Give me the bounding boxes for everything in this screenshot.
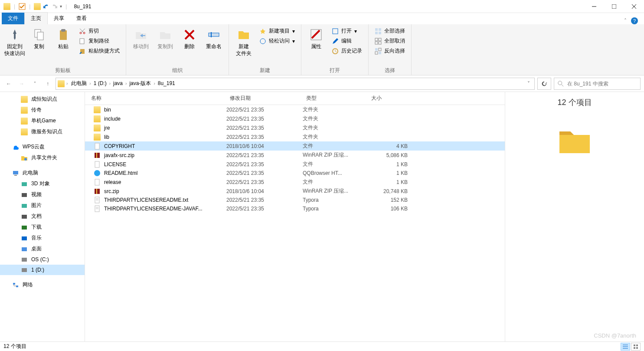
svg-rect-34 bbox=[13, 171, 18, 174]
nav-item[interactable]: 成恒知识点 bbox=[0, 94, 85, 105]
tab-home[interactable]: 主页 bbox=[24, 12, 48, 24]
forward-button[interactable]: → bbox=[16, 79, 27, 89]
folder-icon[interactable] bbox=[34, 3, 41, 10]
paste-button[interactable]: 粘贴 bbox=[52, 26, 75, 52]
file-row[interactable]: bin2022/5/21 23:35文件夹 bbox=[85, 105, 505, 114]
svg-rect-36 bbox=[22, 182, 27, 186]
nav-thispc[interactable]: 此电脑 bbox=[0, 167, 85, 178]
properties-button[interactable]: 属性 bbox=[305, 26, 327, 52]
file-row[interactable]: include2022/5/21 23:35文件夹 bbox=[85, 114, 505, 123]
delete-button[interactable]: 删除 bbox=[178, 26, 201, 52]
dropdown-icon[interactable]: ▾ bbox=[60, 4, 62, 9]
file-row[interactable]: lib2022/5/21 23:35文件夹 bbox=[85, 132, 505, 141]
cut-button[interactable]: 剪切 bbox=[76, 26, 122, 36]
file-row[interactable]: src.zip2018/10/6 10:04WinRAR ZIP 压缩...20… bbox=[85, 187, 505, 196]
selectall-button[interactable]: 全部选择 bbox=[372, 26, 408, 36]
col-size[interactable]: 大小 bbox=[368, 92, 413, 105]
close-button[interactable] bbox=[624, 0, 644, 13]
recent-dropdown[interactable]: ˅ bbox=[29, 79, 40, 89]
nav-wps[interactable]: WPS云盘 bbox=[0, 141, 85, 152]
folder-icon bbox=[3, 3, 10, 10]
edit-button[interactable]: 编辑 bbox=[329, 36, 365, 46]
nav-item[interactable]: 1 (D:) bbox=[0, 265, 85, 275]
breadcrumb-item[interactable]: 1 (D:) bbox=[92, 79, 108, 87]
breadcrumb-item[interactable]: java bbox=[111, 79, 124, 87]
breadcrumb-item[interactable]: 8u_191 bbox=[156, 79, 177, 87]
nav-network[interactable]: 网络 bbox=[0, 279, 85, 290]
easyaccess-button[interactable]: 轻松访问 ▾ bbox=[257, 36, 297, 46]
group-label-open: 打开 bbox=[305, 66, 365, 74]
collapse-ribbon-icon[interactable]: ˄ bbox=[624, 18, 627, 24]
nav-item[interactable]: 3D 对象 bbox=[0, 178, 85, 189]
svg-rect-24 bbox=[379, 38, 381, 41]
svg-rect-39 bbox=[22, 215, 27, 219]
nav-item[interactable]: OS (C:) bbox=[0, 254, 85, 265]
nav-pane[interactable]: 成恒知识点传奇单机Game微服务知识点 WPS云盘 共享文件夹 此电脑 3D 对… bbox=[0, 92, 85, 341]
nav-item[interactable]: 传奇 bbox=[0, 105, 85, 115]
pin-button[interactable]: 固定到 快速访问 bbox=[3, 26, 26, 59]
nav-item[interactable]: 微服务知识点 bbox=[0, 126, 85, 137]
tab-file[interactable]: 文件 bbox=[2, 13, 24, 24]
file-row[interactable]: THIRDPARTYLICENSEREADME-JAVAF...2022/5/2… bbox=[85, 204, 505, 213]
nav-item[interactable]: 文档 bbox=[0, 211, 85, 222]
selectnone-button[interactable]: 全部取消 bbox=[372, 36, 408, 46]
svg-rect-23 bbox=[375, 38, 378, 41]
svg-rect-37 bbox=[22, 193, 27, 197]
invert-button[interactable]: 反向选择 bbox=[372, 46, 408, 56]
col-type[interactable]: 类型 bbox=[303, 92, 368, 105]
newitem-button[interactable]: 新建项目 ▾ bbox=[257, 26, 297, 36]
file-row[interactable]: README.html2022/5/21 23:35QQBrowser HT..… bbox=[85, 169, 505, 177]
copyto-button[interactable]: 复制到 bbox=[154, 26, 177, 52]
nav-item[interactable]: 桌面 bbox=[0, 243, 85, 254]
history-button[interactable]: 历史记录 bbox=[329, 46, 365, 56]
refresh-button[interactable] bbox=[537, 78, 551, 90]
newfolder-button[interactable]: 新建 文件夹 bbox=[232, 26, 255, 59]
nav-item[interactable]: 视频 bbox=[0, 189, 85, 200]
view-icons-button[interactable] bbox=[631, 343, 641, 351]
svg-rect-67 bbox=[636, 347, 638, 349]
svg-point-15 bbox=[260, 39, 265, 44]
file-row[interactable]: THIRDPARTYLICENSEREADME.txt2022/5/21 23:… bbox=[85, 196, 505, 204]
file-row[interactable]: LICENSE2022/5/21 23:35文件1 KB bbox=[85, 160, 505, 169]
col-name[interactable]: 名称 bbox=[85, 92, 226, 105]
checkbox-icon[interactable] bbox=[19, 3, 26, 10]
tab-share[interactable]: 共享 bbox=[48, 13, 70, 24]
search-input[interactable] bbox=[567, 81, 637, 87]
file-row[interactable]: release2022/5/21 23:35文件1 KB bbox=[85, 177, 505, 187]
copypath-button[interactable]: 复制路径 bbox=[76, 36, 122, 46]
redo-icon[interactable] bbox=[51, 3, 58, 10]
file-row[interactable]: jre2022/5/21 23:35文件夹 bbox=[85, 123, 505, 132]
col-date[interactable]: 修改日期 bbox=[226, 92, 303, 105]
address-dropdown-icon[interactable]: ˅ bbox=[525, 81, 533, 87]
help-icon[interactable]: ? bbox=[631, 17, 638, 24]
svg-rect-28 bbox=[379, 52, 381, 54]
separator: | bbox=[65, 3, 67, 10]
nav-item[interactable]: 单机Game bbox=[0, 115, 85, 126]
undo-icon[interactable] bbox=[42, 3, 49, 10]
maximize-button[interactable] bbox=[604, 0, 624, 13]
back-button[interactable]: ← bbox=[3, 79, 14, 89]
breadcrumb-item[interactable]: 此电脑 bbox=[69, 79, 88, 87]
up-button[interactable]: ↑ bbox=[42, 79, 53, 89]
moveto-button[interactable]: 移动到 bbox=[130, 26, 152, 52]
file-row[interactable]: COPYRIGHT2018/10/6 10:04文件4 KB bbox=[85, 141, 505, 151]
watermark: CSDN @7anorth bbox=[594, 332, 636, 339]
nav-item[interactable]: 下载 bbox=[0, 222, 85, 233]
search-box[interactable] bbox=[554, 78, 641, 90]
file-list[interactable]: 名称 修改日期 类型 大小 bin2022/5/21 23:35文件夹inclu… bbox=[85, 92, 505, 341]
svg-rect-49 bbox=[96, 153, 97, 158]
view-details-button[interactable] bbox=[621, 343, 630, 351]
minimize-button[interactable] bbox=[584, 0, 604, 13]
nav-item[interactable]: 图片 bbox=[0, 200, 85, 211]
paste-shortcut-button[interactable]: 粘贴快捷方式 bbox=[76, 46, 122, 56]
copy-button[interactable]: 复制 bbox=[28, 26, 50, 52]
file-row[interactable]: javafx-src.zip2022/5/21 23:35WinRAR ZIP … bbox=[85, 151, 505, 160]
open-button[interactable]: 打开 ▾ bbox=[329, 26, 365, 36]
nav-item[interactable]: 音乐 bbox=[0, 233, 85, 243]
svg-point-33 bbox=[24, 158, 27, 161]
nav-wps-share[interactable]: 共享文件夹 bbox=[0, 152, 85, 163]
address-bar[interactable]: › 此电脑›1 (D:)›java›java-版本›8u_191 ˅ bbox=[56, 78, 535, 90]
tab-view[interactable]: 查看 bbox=[70, 13, 93, 24]
rename-button[interactable]: 重命名 bbox=[203, 26, 225, 52]
breadcrumb-item[interactable]: java-版本 bbox=[127, 79, 153, 87]
